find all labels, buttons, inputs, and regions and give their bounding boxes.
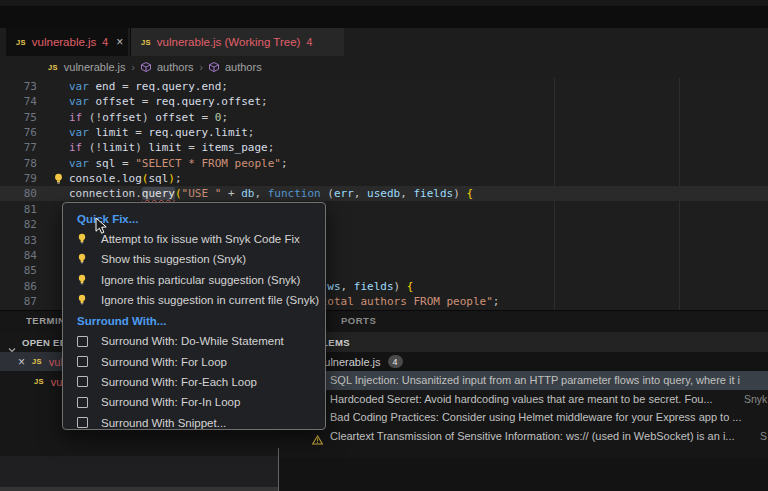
code-text: var sql = "SELECT * FROM people";: [69, 156, 288, 171]
window-bottom-edge: [0, 487, 278, 491]
menu-item-label: Surround With: For-Each Loop: [101, 376, 257, 388]
menu-item-ignore-in-file[interactable]: Ignore this suggestion in current file (…: [63, 290, 325, 310]
menu-item-surround-with[interactable]: Surround With...: [63, 310, 325, 331]
menu-item-ignore-suggestion[interactable]: Ignore this particular suggestion (Snyk): [63, 270, 325, 290]
snippet-checkbox-icon: [77, 417, 101, 428]
footer-right: [279, 458, 768, 491]
code-text: if (!limit) limit = items_page;: [69, 140, 274, 155]
lightbulb-icon: [77, 274, 101, 286]
snippet-checkbox-icon: [77, 356, 101, 367]
code-text: var end = req.query.end;: [69, 79, 228, 94]
menu-item-surround-do-while[interactable]: Surround With: Do-While Statement: [63, 331, 325, 351]
menu-item-show-suggestion[interactable]: Show this suggestion (Snyk): [63, 249, 325, 269]
code-line[interactable]: 73var end = req.query.end;: [0, 79, 768, 94]
chevron-right-icon: ›: [132, 62, 135, 73]
code-text: if (!offset) offset = 0;: [69, 110, 228, 125]
tab-vulnerable-js[interactable]: JS vulnerable.js 4 ×: [6, 28, 128, 56]
menu-item-label: Show this suggestion (Snyk): [101, 253, 246, 265]
problem-source: Snyk: [744, 393, 767, 405]
problems-file-name: vulnerable.js: [319, 356, 381, 368]
problem-text: Bad Coding Practices: Consider using Hel…: [330, 411, 741, 423]
problems-file-group[interactable]: JS vulnerable.js 4: [279, 352, 768, 371]
problems-count-badge: 4: [388, 355, 403, 368]
code-text: var limit = req.query.limit;: [69, 125, 254, 140]
line-number: 74: [0, 94, 37, 109]
js-file-icon: JS: [48, 63, 58, 72]
menu-item-label: Surround With Snippet...: [101, 417, 226, 429]
menu-item-surround-snippet[interactable]: Surround With Snippet...: [63, 412, 325, 432]
tab-title: vulnerable.js (Working Tree): [157, 36, 301, 48]
line-number: 83: [0, 233, 37, 248]
tab-problem-count: 4: [102, 36, 108, 48]
problem-text: Hardcoded Secret: Avoid hardcoding value…: [330, 393, 713, 405]
menu-item-label: Attempt to fix issue with Snyk Code Fix: [101, 233, 300, 245]
line-number: 85: [0, 263, 37, 278]
breadcrumb-symbol[interactable]: authors: [157, 61, 194, 73]
window-divider: [278, 448, 279, 491]
problem-row[interactable]: Cleartext Transmission of Sensitive Info…: [279, 427, 768, 446]
code-text: connection.query("USE " + db, function (…: [69, 186, 473, 201]
tab-vulnerable-js-working-tree[interactable]: JS vulnerable.js (Working Tree) 4: [130, 28, 344, 56]
menu-item-surround-for-each[interactable]: Surround With: For-Each Loop: [63, 372, 325, 392]
menu-item-label: Surround With: For Loop: [101, 356, 227, 368]
window-top-edge: [0, 0, 768, 6]
menu-item-surround-for-in[interactable]: Surround With: For-In Loop: [63, 392, 325, 412]
line-number: 87: [0, 294, 37, 309]
tab-problem-count: 4: [306, 36, 312, 48]
js-file-icon: JS: [141, 38, 151, 47]
window-title-strip: [0, 0, 768, 28]
close-icon[interactable]: ×: [116, 35, 123, 49]
js-file-icon: JS: [16, 38, 26, 47]
problem-source: S: [760, 430, 767, 442]
line-number: 84: [0, 248, 37, 263]
code-text: var offset = req.query.offset;: [69, 94, 268, 109]
breadcrumb: JS vulnerable.js › authors › authors: [0, 56, 768, 78]
panel-tab-problems[interactable]: PROBLEMS: [279, 332, 768, 352]
menu-item-surround-for-loop[interactable]: Surround With: For Loop: [63, 351, 325, 371]
symbol-cube-icon: [141, 62, 151, 72]
line-number: 73: [0, 79, 37, 94]
code-line[interactable]: 77if (!limit) limit = items_page;: [0, 140, 768, 155]
snippet-checkbox-icon: [77, 397, 101, 408]
problem-text: Cleartext Transmission of Sensitive Info…: [330, 430, 735, 442]
code-line[interactable]: 76var limit = req.query.limit;: [0, 125, 768, 140]
problem-row[interactable]: SQL Injection: Unsanitized input from an…: [279, 371, 768, 390]
symbol-cube-icon: [209, 62, 219, 72]
vscode-window: JS vulnerable.js 4 × JS vulnerable.js (W…: [0, 0, 768, 491]
line-number: 76: [0, 125, 37, 140]
code-line[interactable]: 74var offset = req.query.offset;: [0, 94, 768, 109]
breadcrumb-file[interactable]: vulnerable.js: [64, 61, 126, 73]
code-text: console.log(sql);: [69, 171, 182, 186]
line-number: 82: [0, 217, 37, 232]
panel-tab-ports[interactable]: PORTS: [341, 315, 376, 326]
code-line[interactable]: 75if (!offset) offset = 0;: [0, 110, 768, 125]
menu-item-label: Surround With: For-In Loop: [101, 396, 240, 408]
close-icon[interactable]: ×: [18, 355, 25, 369]
line-number: 75: [0, 110, 37, 125]
js-file-icon: JS: [32, 357, 42, 366]
code-line-current[interactable]: 80connection.query("USE " + db, function…: [0, 186, 768, 201]
js-file-icon: JS: [34, 377, 44, 386]
problem-row[interactable]: Bad Coding Practices: Consider using Hel…: [279, 408, 768, 427]
lightbulb-icon: [77, 294, 101, 306]
code-line[interactable]: 79console.log(sql);: [0, 171, 768, 186]
menu-item-label: Ignore this particular suggestion (Snyk): [101, 274, 300, 286]
snippet-checkbox-icon: [77, 376, 101, 387]
chevron-right-icon: ›: [200, 62, 203, 73]
mouse-cursor-icon: [95, 217, 108, 240]
footer-left: [0, 456, 278, 491]
menu-item-label: Surround With: Do-While Statement: [101, 335, 284, 347]
menu-item-label: Ignore this suggestion in current file (…: [101, 294, 319, 306]
lightbulb-icon: [77, 253, 101, 265]
problem-row[interactable]: Hardcoded Secret: Avoid hardcoding value…: [279, 390, 768, 409]
line-number: 81: [0, 202, 37, 217]
code-line[interactable]: 78var sql = "SELECT * FROM people";: [0, 156, 768, 171]
editor-tab-bar: JS vulnerable.js 4 × JS vulnerable.js (W…: [0, 28, 768, 56]
snippet-checkbox-icon: [77, 336, 101, 347]
tab-title: vulnerable.js: [32, 36, 97, 48]
breadcrumb-symbol[interactable]: authors: [225, 61, 262, 73]
line-number: 80: [0, 186, 37, 201]
line-number: 79: [0, 171, 37, 186]
line-number: 78: [0, 156, 37, 171]
warning-icon: [312, 431, 323, 449]
